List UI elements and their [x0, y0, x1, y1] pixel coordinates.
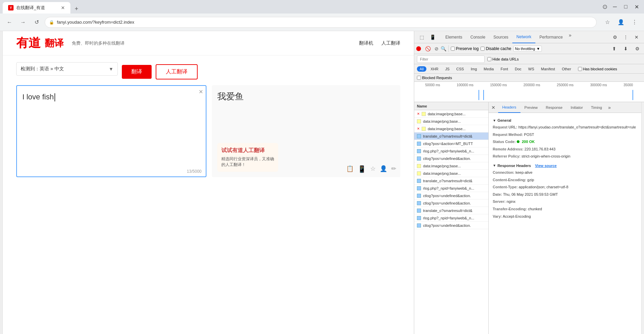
new-tab-button[interactable]: +: [72, 4, 81, 14]
request-item-13[interactable]: translate_o?smartresult=dict&: [414, 207, 488, 214]
url-box[interactable]: 🔒 fanyi.youdao.com/?keyfrom=dict2.index: [45, 17, 597, 28]
nav-human[interactable]: 人工翻译: [381, 40, 400, 46]
request-item-6[interactable]: ctlog?pos=undefined&action.: [414, 155, 488, 162]
forward-button[interactable]: →: [18, 17, 28, 28]
tab-sources[interactable]: Sources: [489, 31, 512, 43]
language-selector[interactable]: 检测到：英语 » 中文 ▼: [16, 62, 118, 76]
active-tab[interactable]: Y 在线翻译_有道 ✕: [3, 2, 70, 14]
page-scrollbar[interactable]: [0, 31, 3, 334]
detail-scrollbar[interactable]: [641, 102, 644, 334]
filter-input[interactable]: [417, 55, 485, 63]
tab-elements[interactable]: Elements: [441, 31, 466, 43]
settings-icon[interactable]: ⚙: [610, 32, 620, 42]
status-dot: [517, 140, 519, 143]
maximize-button[interactable]: □: [621, 2, 630, 11]
detail-tab-response[interactable]: Response: [542, 102, 567, 113]
detail-tab-initiator[interactable]: Initiator: [567, 102, 587, 113]
human-translate-button[interactable]: 人工翻译: [156, 64, 198, 79]
filter-icon[interactable]: ⊘: [435, 46, 439, 51]
request-item-1[interactable]: data:image/png;base...: [414, 118, 488, 125]
hide-data-urls-label[interactable]: Hide data URLs: [487, 57, 519, 61]
copy-button[interactable]: 📋: [346, 165, 354, 173]
tab-performance[interactable]: Performance: [535, 31, 567, 43]
throttle-select[interactable]: No throttling ▼: [513, 46, 542, 52]
filter-tag-css[interactable]: CSS: [453, 66, 467, 72]
record-button[interactable]: [416, 46, 421, 51]
back-button[interactable]: ←: [4, 17, 15, 28]
filter-tag-js[interactable]: JS: [442, 66, 452, 72]
reload-button[interactable]: ↺: [31, 17, 42, 28]
request-item-10[interactable]: rlog.php?_npid=fanyiweb&_n...: [414, 185, 488, 192]
devtools-menu-icon[interactable]: ⋮: [621, 32, 630, 42]
blocked-cookies-checkbox[interactable]: [578, 67, 582, 71]
more-tabs-button[interactable]: »: [567, 31, 574, 43]
request-item-8[interactable]: data:image/png;base...: [414, 170, 488, 177]
referrer-label: Referrer Policy:: [493, 154, 520, 158]
filter-tag-all[interactable]: All: [417, 66, 426, 72]
general-section-title[interactable]: ▼ General: [493, 118, 637, 122]
menu-button[interactable]: ⋮: [629, 17, 640, 28]
filter-tag-media[interactable]: Media: [481, 66, 496, 72]
detail-more-tabs[interactable]: »: [606, 102, 613, 113]
bookmark-button[interactable]: ☆: [602, 17, 613, 28]
preserve-log-label[interactable]: Preserve log: [451, 46, 479, 51]
search-icon[interactable]: 🔍: [441, 46, 446, 51]
request-item-4[interactable]: ctlog?pos=&action=MT_BUTT: [414, 140, 488, 147]
devtools-close-icon[interactable]: ✕: [632, 32, 641, 42]
devtools-device-icon[interactable]: 📱: [428, 32, 437, 42]
tl-label-2: 100000 ms: [457, 83, 473, 87]
input-text[interactable]: I love fish: [22, 91, 200, 102]
browser-window: Y 在线翻译_有道 ✕ + ⊙ ─ □ ✕ ← → ↺ 🔒 fanyi.youd…: [0, 0, 644, 334]
request-item-7[interactable]: data:image/png;base...: [414, 162, 488, 170]
star-button[interactable]: ☆: [370, 165, 376, 173]
request-item-5[interactable]: rlog.php?_npid=fanyiweb&_n...: [414, 147, 488, 155]
import-icon[interactable]: ⬆: [609, 44, 619, 53]
request-item-2[interactable]: ✕ data:image/png;base...: [414, 125, 488, 133]
disable-cache-label[interactable]: Disable cache: [481, 46, 511, 51]
profile-button[interactable]: 👤: [616, 17, 626, 28]
filter-tag-doc[interactable]: Doc: [512, 66, 524, 72]
filter-tag-ws[interactable]: WS: [526, 66, 537, 72]
detail-tab-preview[interactable]: Preview: [520, 102, 542, 113]
devtools-cursor-icon[interactable]: ⬚: [417, 32, 426, 42]
detail-tab-headers[interactable]: Headers: [498, 102, 520, 113]
filter-tag-other[interactable]: Other: [559, 66, 574, 72]
request-item-0[interactable]: ✕ data:image/png;base...: [414, 110, 488, 118]
request-item-15[interactable]: ctlog?pos=undefined&action.: [414, 222, 488, 229]
filter-tag-img[interactable]: Img: [468, 66, 480, 72]
tab-close-button[interactable]: ✕: [61, 5, 65, 10]
detail-tab-timing[interactable]: Timing: [587, 102, 606, 113]
disable-cache-checkbox[interactable]: [481, 47, 485, 51]
input-box[interactable]: ✕ I love fish 13/5000: [16, 85, 206, 177]
request-scroll[interactable]: ✕ data:image/png;base... data:image/png;…: [414, 110, 488, 229]
tab-network[interactable]: Network: [512, 31, 535, 43]
request-item-3[interactable]: translate_o?smartresult=dict&: [414, 133, 488, 140]
request-item-14[interactable]: rlog.php?_npid=fanyiweb&_n...: [414, 214, 488, 222]
view-source-link[interactable]: View source: [535, 164, 557, 168]
minimize-button[interactable]: ─: [610, 2, 620, 11]
clear-button[interactable]: 🚫: [423, 44, 432, 53]
preserve-log-checkbox[interactable]: [451, 47, 455, 51]
response-headers-section-title[interactable]: ▼ Response Headers View source: [493, 164, 637, 168]
hide-data-urls-checkbox[interactable]: [487, 57, 491, 61]
translate-button[interactable]: 翻译: [122, 65, 152, 79]
filter-tag-xhr[interactable]: XHR: [428, 66, 441, 72]
blocked-requests-checkbox[interactable]: [417, 76, 421, 80]
clear-input-button[interactable]: ✕: [199, 89, 203, 95]
network-settings-icon[interactable]: ⚙: [632, 44, 642, 53]
nav-fanyi[interactable]: 翻译机: [359, 40, 373, 46]
request-item-9[interactable]: translate_o?smartresult=dict&: [414, 177, 488, 185]
detail-close-button[interactable]: ✕: [489, 103, 498, 112]
blocked-cookies-label[interactable]: Has blocked cookies: [578, 67, 617, 71]
blocked-requests-label[interactable]: Blocked Requests: [417, 76, 452, 80]
tab-dropdown-icon[interactable]: ⊙: [602, 3, 607, 10]
server-label: Server:: [493, 199, 506, 204]
request-item-12[interactable]: ctlog?pos=undefined&action.: [414, 199, 488, 207]
request-item-11[interactable]: ctlog?pos=undefined&action.: [414, 192, 488, 199]
req-type-icon-1: [417, 119, 421, 123]
filter-tag-manifest[interactable]: Manifest: [538, 66, 558, 72]
filter-tag-font[interactable]: Font: [498, 66, 511, 72]
tab-console[interactable]: Console: [466, 31, 489, 43]
export-icon[interactable]: ⬇: [621, 44, 630, 53]
close-button[interactable]: ✕: [632, 2, 641, 11]
